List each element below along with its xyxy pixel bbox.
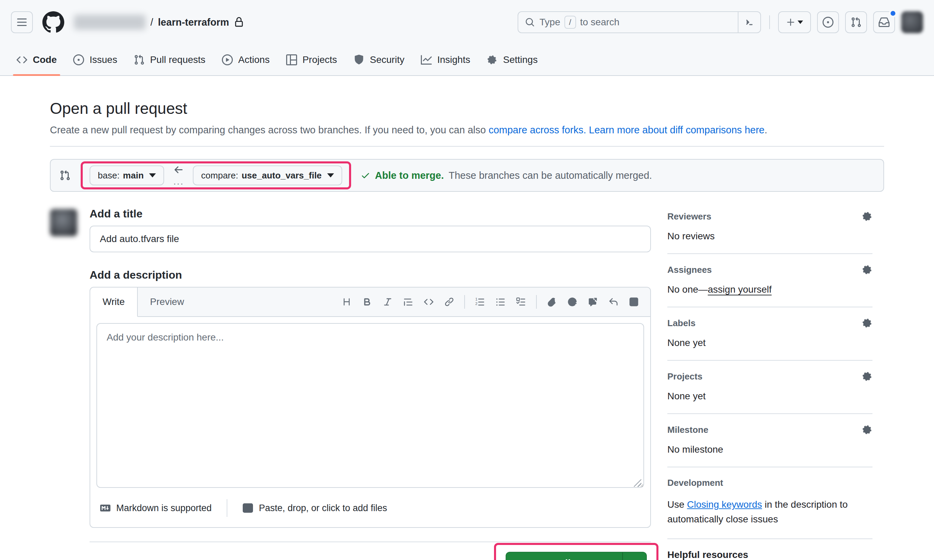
tab-insights[interactable]: Insights — [415, 45, 477, 75]
cross-reference-button[interactable] — [584, 293, 602, 311]
editor-header: Write Preview 12 — [90, 288, 650, 317]
sidebar-section-projects: Projects None yet — [667, 361, 872, 414]
paperclip-icon — [547, 297, 557, 307]
page-subtitle: Create a new pull request by comparing c… — [50, 125, 884, 136]
merge-status-text: These branches can be automatically merg… — [449, 170, 652, 181]
tab-label: Insights — [437, 54, 471, 65]
gear-icon[interactable] — [862, 424, 872, 435]
quote-button[interactable] — [399, 293, 417, 311]
base-branch-selector[interactable]: base:main — [89, 165, 164, 185]
tab-label: Code — [33, 54, 57, 65]
bullet-list-button[interactable] — [492, 293, 509, 311]
tab-label: Actions — [238, 54, 270, 65]
chevron-down-icon — [327, 173, 334, 177]
command-palette-button[interactable] — [738, 12, 760, 32]
compare-arrow: ... — [173, 165, 184, 186]
closing-keywords-link[interactable]: Closing keywords — [687, 499, 762, 510]
search-placeholder: Type / to search — [540, 16, 620, 29]
code-icon — [16, 54, 27, 65]
pull-requests-dashboard-button[interactable] — [845, 11, 867, 33]
chevron-down-icon — [149, 173, 156, 177]
markdown-toolbar: 12 — [338, 288, 650, 316]
link-icon — [445, 297, 454, 307]
pr-description-textarea[interactable] — [96, 323, 644, 488]
hamburger-button[interactable] — [11, 11, 33, 33]
bold-icon — [362, 297, 372, 307]
tab-pull-requests[interactable]: Pull requests — [128, 45, 212, 75]
graph-icon — [421, 54, 432, 65]
tab-actions[interactable]: Actions — [216, 45, 276, 75]
tab-label: Settings — [503, 54, 537, 65]
sidebar-section-development: Development Use Closing keywords in the … — [667, 467, 872, 539]
bold-button[interactable] — [358, 293, 376, 311]
gear-icon[interactable] — [862, 211, 872, 222]
mention-button[interactable] — [563, 293, 581, 311]
repo-owner-blurred — [74, 15, 146, 30]
diff-comparisons-link[interactable]: Learn more about diff comparisons here — [589, 125, 765, 135]
italic-button[interactable] — [379, 293, 397, 311]
play-icon — [222, 54, 233, 65]
code-icon — [424, 297, 434, 307]
gear-icon[interactable] — [862, 318, 872, 329]
issues-dashboard-button[interactable] — [817, 11, 839, 33]
gear-icon — [486, 54, 497, 65]
ordered-list-button[interactable]: 12 — [471, 293, 489, 311]
compare-branch-selector[interactable]: compare:use_auto_vars_file — [193, 165, 342, 185]
tab-security[interactable]: Security — [347, 45, 411, 75]
gear-icon[interactable] — [862, 371, 872, 382]
reply-icon — [609, 297, 618, 307]
pull-request-icon — [851, 17, 862, 28]
section-body: No milestone — [667, 444, 872, 455]
section-title: Development — [667, 478, 723, 488]
inbox-icon — [879, 17, 889, 28]
markdown-editor: Write Preview 12 — [89, 287, 651, 528]
editor-body — [90, 317, 650, 490]
repo-name-link[interactable]: learn-terraform — [158, 17, 229, 28]
compare-across-forks-link[interactable]: compare across forks. — [489, 125, 586, 135]
attach-files-area[interactable]: Paste, drop, or click to add files — [242, 503, 387, 514]
git-compare-icon — [60, 170, 71, 181]
avatar[interactable] — [901, 11, 923, 33]
heading-button[interactable] — [338, 293, 355, 311]
hamburger-icon — [16, 17, 27, 28]
app-header: / learn-terraform Type / to search — [0, 0, 934, 45]
sidebar-section-labels: Labels None yet — [667, 307, 872, 361]
italic-icon — [383, 297, 392, 307]
tab-label: Issues — [89, 54, 117, 65]
reply-button[interactable] — [605, 293, 622, 311]
section-body: Use Closing keywords in the description … — [667, 497, 872, 527]
link-button[interactable] — [440, 293, 458, 311]
sidebar-section-reviewers: Reviewers No reviews — [667, 208, 872, 254]
github-logo[interactable] — [42, 11, 64, 33]
tab-projects[interactable]: Projects — [280, 45, 343, 75]
create-pr-dropdown[interactable] — [622, 552, 646, 560]
tab-write[interactable]: Write — [90, 288, 138, 317]
section-title: Helpful resources — [667, 549, 748, 560]
tab-settings[interactable]: Settings — [480, 45, 543, 75]
create-pull-request-button[interactable]: Create pull request — [506, 552, 647, 560]
main-content: Open a pull request Create a new pull re… — [50, 76, 884, 560]
tab-code[interactable]: Code — [10, 45, 63, 75]
task-list-button[interactable] — [512, 293, 530, 311]
global-search-input[interactable]: Type / to search — [518, 11, 761, 33]
assign-yourself-link[interactable]: assign yourself — [708, 284, 772, 295]
inbox-button[interactable] — [873, 11, 895, 33]
pull-request-icon — [134, 54, 145, 65]
slash-commands-button[interactable] — [625, 293, 643, 311]
breadcrumb-separator: / — [151, 17, 153, 28]
svg-text:2: 2 — [475, 302, 477, 306]
code-button[interactable] — [420, 293, 438, 311]
gear-icon[interactable] — [862, 264, 872, 275]
command-palette-icon — [745, 17, 754, 27]
arrow-left-icon — [173, 165, 184, 175]
section-title: Reviewers — [667, 211, 711, 222]
tab-preview[interactable]: Preview — [138, 288, 197, 316]
pr-title-input[interactable] — [89, 226, 651, 252]
lock-icon — [234, 17, 244, 27]
attach-file-button[interactable] — [543, 293, 561, 311]
cross-reference-icon — [588, 297, 598, 307]
section-body: None yet — [667, 337, 872, 348]
markdown-supported[interactable]: Markdown is supported — [100, 503, 212, 514]
tab-issues[interactable]: Issues — [67, 45, 123, 75]
create-new-button[interactable] — [778, 11, 811, 33]
